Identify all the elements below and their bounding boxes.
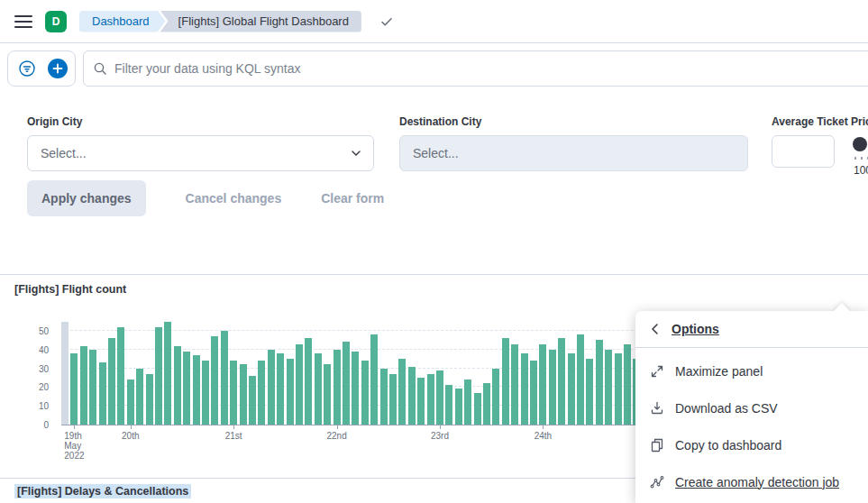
- chart-bar: [577, 334, 584, 425]
- chart-bar: [408, 367, 416, 425]
- chart-ytick-label: 10: [39, 401, 49, 411]
- menu-item-maximize-panel[interactable]: Maximize panel: [635, 352, 868, 389]
- chart-bar: [417, 378, 425, 425]
- menu-item-create-anomaly-detection-job[interactable]: Create anomaly detection job: [635, 463, 868, 500]
- chart-bar: [615, 353, 622, 425]
- chart-bar: [568, 353, 575, 425]
- chart-bar: [605, 350, 612, 425]
- flight-count-panel-title[interactable]: [Flights] Flight count: [14, 283, 126, 296]
- maximize-icon: [650, 364, 664, 379]
- destination-city-placeholder: Select...: [413, 146, 459, 160]
- breadcrumb: Dashboard [Flights] Global Flight Dashbo…: [79, 11, 361, 32]
- chart-bar: [492, 369, 499, 425]
- menu-item-label: Create anomaly detection job: [675, 475, 839, 489]
- menu-hamburger-icon[interactable]: [14, 15, 32, 28]
- ticket-price-slider-ticks: [854, 157, 868, 160]
- chart-bar: [389, 374, 397, 425]
- chart-bar: [521, 353, 528, 425]
- context-menu-items: Maximize panel Download as CSV Copy to d…: [635, 348, 868, 500]
- chart-bar: [164, 322, 171, 425]
- origin-city-select[interactable]: Select...: [27, 135, 374, 171]
- chart-bar: [127, 380, 134, 425]
- chart-bar: [624, 344, 631, 425]
- ticket-price-slider-handle[interactable]: [853, 137, 867, 151]
- context-menu-back-header[interactable]: Options: [635, 311, 868, 348]
- magnifier-icon: [93, 61, 107, 76]
- panel-options-context-menu: Options Maximize panel Download as CSV C…: [635, 311, 868, 503]
- chart-bar: [296, 344, 303, 425]
- chart-bar: [549, 350, 556, 425]
- chart-bar: [258, 361, 265, 425]
- chart-xtick-mark: [74, 425, 75, 429]
- chart-bar: [324, 364, 331, 425]
- chart-bar: [240, 364, 247, 425]
- chart-bar: [380, 369, 388, 425]
- chart-bar: [202, 361, 209, 425]
- chart-bar: [80, 346, 87, 425]
- chart-bar: [249, 376, 256, 425]
- origin-city-placeholder: Select...: [41, 146, 87, 160]
- menu-item-download-csv[interactable]: Download as CSV: [635, 389, 868, 426]
- chart-bar: [136, 369, 143, 425]
- destination-city-label: Destination City: [399, 115, 748, 128]
- chart-xtick-label: 22nd: [326, 431, 346, 441]
- menu-item-copy-to-dashboard[interactable]: Copy to dashboard: [635, 426, 868, 463]
- kibana-dashboard-screen: D Dashboard [Flights] Global Flight Dash…: [0, 0, 868, 503]
- origin-city-control: Origin City Select...: [27, 115, 374, 171]
- check-icon[interactable]: [379, 14, 394, 29]
- ticket-price-input[interactable]: [772, 135, 835, 168]
- cancel-changes-button[interactable]: Cancel changes: [186, 191, 282, 206]
- chart-bar: [361, 361, 369, 425]
- chart-bar: [108, 338, 115, 425]
- chart-bar: [436, 370, 443, 425]
- chart-bar: [99, 362, 106, 425]
- download-icon: [650, 401, 664, 416]
- add-filter-button[interactable]: [48, 59, 68, 78]
- unified-search-bar: [0, 43, 868, 94]
- chart-ytick-label: 50: [39, 326, 49, 336]
- chart-bar: [558, 338, 565, 425]
- delays-panel-title[interactable]: [Flights] Delays & Cancellations: [14, 484, 191, 498]
- destination-city-select[interactable]: Select...: [399, 135, 748, 171]
- chart-bar: [530, 361, 537, 425]
- chart-xtick-mark: [337, 425, 338, 429]
- chevron-down-icon: [350, 147, 362, 160]
- chart-bar: [474, 393, 481, 425]
- chart-bar: [61, 322, 69, 425]
- chart-bar: [230, 361, 237, 425]
- chart-bar: [305, 338, 312, 425]
- origin-city-label: Origin City: [27, 115, 374, 128]
- ticket-price-slider-value: 100: [854, 164, 868, 177]
- kql-search-input[interactable]: [114, 61, 860, 76]
- chart-bar: [89, 350, 96, 425]
- menu-item-label: Copy to dashboard: [675, 438, 781, 453]
- chart-bar: [511, 344, 518, 425]
- chart-xtick-mark: [131, 425, 132, 429]
- destination-city-control: Destination City Select...: [399, 115, 748, 171]
- chart-xtick-label: 20th: [122, 431, 139, 441]
- context-menu-title: Options: [672, 322, 719, 336]
- apply-changes-button[interactable]: Apply changes: [27, 180, 146, 216]
- menu-item-label: Download as CSV: [675, 401, 778, 416]
- chart-bar: [427, 374, 434, 425]
- breadcrumb-current-dashboard[interactable]: [Flights] Global Flight Dashboard: [160, 11, 361, 32]
- clear-form-button[interactable]: Clear form: [321, 191, 384, 206]
- chart-bar: [398, 359, 406, 425]
- top-header-bar: D Dashboard [Flights] Global Flight Dash…: [0, 0, 868, 43]
- ticket-price-row: 100: [772, 135, 868, 178]
- menu-item-label: Maximize panel: [675, 364, 763, 379]
- space-avatar[interactable]: D: [45, 11, 67, 32]
- chart-xtick-label: 23rd: [431, 431, 449, 441]
- chart-bar: [539, 344, 546, 425]
- filter-circle-icon[interactable]: [15, 57, 39, 80]
- breadcrumb-dashboard[interactable]: Dashboard: [79, 11, 166, 32]
- chart-bar: [268, 350, 275, 425]
- chart-xtick-mark: [233, 425, 234, 429]
- chart-xtick-mark: [440, 425, 441, 429]
- copy-icon: [650, 438, 664, 453]
- chart-bar: [70, 353, 78, 425]
- chart-ytick-label: 40: [39, 345, 49, 355]
- chart-bar: [155, 327, 162, 425]
- chart-bar: [483, 383, 490, 425]
- chart-bar: [333, 350, 341, 425]
